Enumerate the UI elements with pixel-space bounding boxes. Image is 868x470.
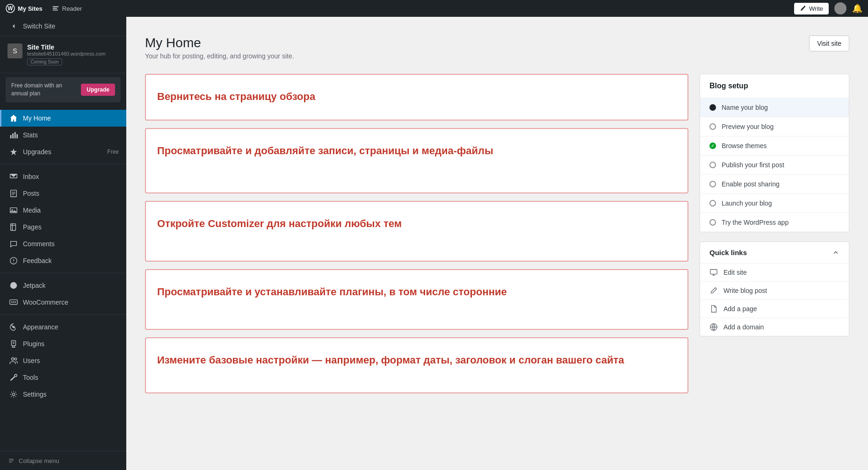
annotation-text-3: Откройте Customizer для настройки любых … bbox=[157, 217, 676, 231]
woocommerce-icon bbox=[9, 298, 18, 307]
svg-rect-4 bbox=[52, 9, 58, 10]
users-icon bbox=[9, 356, 18, 365]
setup-item-launch-blog[interactable]: Launch your blog bbox=[700, 194, 849, 213]
pages-icon bbox=[9, 222, 18, 232]
monitor-icon bbox=[709, 268, 718, 277]
setup-dot-wp-app bbox=[709, 219, 716, 226]
svg-rect-38 bbox=[710, 270, 717, 274]
sidebar-item-jetpack[interactable]: Jetpack bbox=[0, 277, 126, 294]
settings-icon bbox=[9, 390, 18, 399]
globe-icon bbox=[709, 323, 718, 331]
sidebar-item-appearance[interactable]: Appearance bbox=[0, 319, 126, 335]
sidebar-item-tools[interactable]: Tools bbox=[0, 369, 126, 386]
svg-rect-6 bbox=[12, 133, 14, 138]
upgrade-button[interactable]: Upgrade bbox=[81, 84, 115, 96]
home-icon bbox=[9, 114, 18, 123]
notification-bell[interactable]: 🔔 bbox=[852, 3, 862, 14]
setup-item-name-blog[interactable]: Name your blog bbox=[700, 98, 849, 117]
svg-rect-15 bbox=[11, 223, 16, 230]
write-button[interactable]: Write bbox=[794, 3, 829, 14]
pencil-icon bbox=[709, 286, 718, 295]
setup-dot-preview-blog bbox=[709, 123, 716, 130]
sidebar-item-woocommerce[interactable]: WooCommerce bbox=[0, 294, 126, 311]
tools-icon bbox=[9, 373, 18, 382]
blog-setup-header: Blog setup bbox=[700, 74, 849, 98]
sidebar-item-media[interactable]: Media bbox=[0, 202, 126, 219]
setup-dot-name-blog bbox=[709, 104, 716, 111]
setup-dot-browse-themes bbox=[709, 142, 716, 149]
sidebar-item-plugins[interactable]: Plugins bbox=[0, 335, 126, 352]
site-title: Site Title bbox=[27, 43, 106, 51]
coming-soon-badge: Coming Soon bbox=[27, 58, 62, 65]
user-avatar[interactable] bbox=[834, 2, 846, 14]
setup-item-browse-themes[interactable]: Browse themes bbox=[700, 136, 849, 156]
sidebar-item-inbox[interactable]: Inbox bbox=[0, 168, 126, 185]
posts-icon bbox=[9, 189, 18, 198]
sidebar-item-my-home[interactable]: My Home bbox=[0, 110, 126, 127]
media-icon bbox=[9, 206, 18, 215]
svg-point-19 bbox=[13, 301, 14, 303]
annotations-area: Вернитесь на страницу обзора Просматрива… bbox=[145, 74, 688, 393]
quick-links-header[interactable]: Quick links bbox=[700, 242, 849, 263]
wp-brand[interactable]: W My Sites bbox=[6, 4, 43, 13]
visit-site-button[interactable]: Visit site bbox=[809, 36, 849, 51]
svg-rect-5 bbox=[10, 135, 12, 138]
quick-link-add-domain[interactable]: Add a domain bbox=[700, 318, 849, 336]
page-title: My Home bbox=[145, 36, 294, 50]
collapse-menu-button[interactable]: Collapse menu bbox=[0, 451, 126, 470]
annotation-text-5: Измените базовые настройки — например, ф… bbox=[157, 353, 676, 368]
quick-link-write-post[interactable]: Write blog post bbox=[700, 281, 849, 299]
sidebar-item-pages[interactable]: Pages bbox=[0, 219, 126, 235]
file-icon bbox=[709, 305, 718, 313]
page-subtitle: Your hub for posting, editing, and growi… bbox=[145, 52, 294, 60]
page-header: My Home Your hub for posting, editing, a… bbox=[145, 36, 849, 60]
blog-setup-card: Blog setup Name your blog Preview your b… bbox=[700, 74, 849, 232]
sidebar-item-upgrades[interactable]: Upgrades Free bbox=[0, 143, 126, 160]
setup-item-publish-post[interactable]: Publish your first post bbox=[700, 156, 849, 175]
annotation-text-4: Просматривайте и устанавливайте плагины,… bbox=[157, 285, 676, 299]
plugins-icon bbox=[9, 339, 18, 349]
svg-text:W: W bbox=[7, 5, 13, 12]
sidebar-item-users[interactable]: Users bbox=[0, 352, 126, 369]
setup-item-wp-app[interactable]: Try the WordPress app bbox=[700, 213, 849, 232]
setup-item-preview-blog[interactable]: Preview your blog bbox=[700, 117, 849, 136]
quick-link-edit-site[interactable]: Edit site bbox=[700, 263, 849, 281]
annotation-text-1: Вернитесь на страницу обзора bbox=[157, 90, 676, 104]
promo-text: Free domain with an annual plan bbox=[11, 82, 77, 98]
sidebar-item-posts[interactable]: Posts bbox=[0, 185, 126, 202]
setup-dot-launch-blog bbox=[709, 200, 716, 207]
svg-point-26 bbox=[14, 358, 17, 360]
app-body: Switch Site S Site Title testsite6451014… bbox=[0, 17, 868, 470]
main-content: My Home Your hub for posting, editing, a… bbox=[126, 17, 868, 470]
setup-item-enable-sharing[interactable]: Enable post sharing bbox=[700, 175, 849, 194]
promo-banner: Free domain with an annual plan Upgrade bbox=[6, 77, 121, 102]
svg-rect-7 bbox=[14, 132, 16, 138]
reader-link[interactable]: Reader bbox=[52, 5, 82, 12]
svg-point-25 bbox=[12, 357, 14, 360]
sidebar-item-comments[interactable]: Comments bbox=[0, 235, 126, 252]
setup-dot-publish-post bbox=[709, 162, 716, 168]
sidebar-item-settings[interactable]: Settings bbox=[0, 386, 126, 403]
site-icon: S bbox=[7, 43, 22, 58]
switch-site[interactable]: Switch Site bbox=[0, 17, 126, 36]
feedback-icon bbox=[9, 256, 18, 265]
sidebar-item-feedback[interactable]: Feedback bbox=[0, 252, 126, 269]
quick-link-add-page[interactable]: Add a page bbox=[700, 299, 849, 318]
right-column: Blog setup Name your blog Preview your b… bbox=[700, 74, 849, 393]
svg-rect-2 bbox=[52, 6, 58, 7]
annotation-box-1: Вернитесь на страницу обзора bbox=[145, 74, 688, 121]
annotation-box-2: Просматривайте и добавляйте записи, стра… bbox=[145, 128, 688, 193]
annotation-box-3: Откройте Customizer для настройки любых … bbox=[145, 201, 688, 262]
topbar: W My Sites Reader Write 🔔 bbox=[0, 0, 868, 17]
site-url: testsite645101460.wordpress.com bbox=[27, 51, 106, 57]
sidebar: Switch Site S Site Title testsite6451014… bbox=[0, 17, 126, 470]
collapse-icon bbox=[832, 249, 839, 256]
svg-point-18 bbox=[11, 301, 13, 303]
svg-rect-22 bbox=[12, 340, 16, 345]
sidebar-item-stats[interactable]: Stats bbox=[0, 127, 126, 143]
chevron-left-icon bbox=[9, 21, 18, 31]
site-info: S Site Title testsite645101460.wordpress… bbox=[0, 36, 126, 73]
quick-links-card: Quick links Edit site Write blog post Ad… bbox=[700, 242, 849, 336]
setup-dot-enable-sharing bbox=[709, 181, 716, 187]
inbox-icon bbox=[9, 172, 18, 181]
